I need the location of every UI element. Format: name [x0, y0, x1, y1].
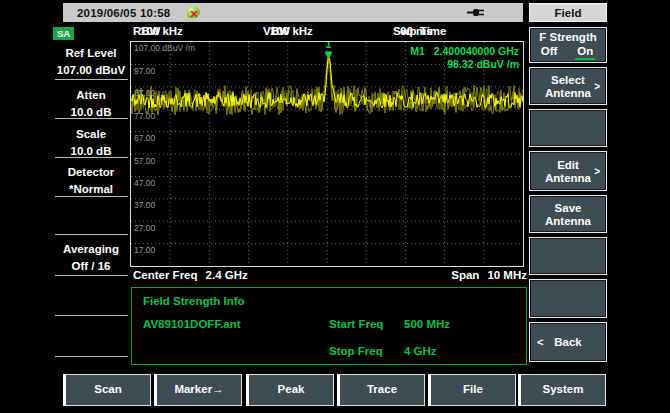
panel-divider — [55, 234, 128, 235]
y-axis-tick: 87.00 — [134, 89, 155, 98]
analyzer-screen: 2019/06/05 10:58 ✕ Field F Strength Off … — [0, 0, 670, 413]
panel-divider — [55, 196, 128, 197]
power-plug-icon — [467, 6, 485, 19]
softkey-back[interactable]: < Back — [529, 322, 607, 362]
stop-freq-value: 4 GHz — [404, 345, 437, 357]
softkey-f-strength[interactable]: F Strength Off On — [529, 27, 607, 63]
marker-number-label: 1 — [326, 42, 332, 50]
softkey-blank-2[interactable] — [529, 237, 607, 275]
bottom-key-system[interactable]: System — [518, 374, 606, 406]
back-arrow-icon: < — [537, 336, 543, 348]
start-freq-label: Start Freq — [329, 318, 383, 330]
sweep-settings-row: RBW100 kHz VBW100 kHz Swp Time60 ms — [130, 25, 524, 40]
panel-divider — [55, 315, 128, 316]
marker-frequency: 2.400040000 GHz — [434, 45, 519, 57]
center-freq-value: 2.4 GHz — [206, 269, 248, 281]
marker-level: 98.32 dBuV /m — [410, 58, 519, 71]
field-info-title: Field Strength Info — [143, 295, 245, 307]
toggle-on-label: On — [575, 45, 595, 60]
softkey-select-antenna[interactable]: Select Antenna > — [529, 67, 607, 105]
panel-divider — [55, 79, 128, 80]
y-axis-ref-label: 107.00 dBuV /m — [134, 44, 195, 53]
field-strength-info-box: Field Strength Info AV89101DOFF.ant Star… — [131, 287, 527, 365]
bottom-key-peak[interactable]: Peak — [246, 374, 334, 406]
marker-readout: M12.400040000 GHz 98.32 dBuV /m — [410, 45, 519, 71]
start-freq-value: 500 MHz — [404, 318, 450, 330]
frequency-footer: Center Freq2.4 GHz Span10 MHz — [130, 269, 527, 285]
y-axis-tick: 97.00 — [134, 67, 155, 76]
softkey-label: F Strength — [539, 31, 597, 43]
softkey-edit-antenna[interactable]: Edit Antenna > — [529, 151, 607, 191]
spectrum-trace-canvas: 1 — [131, 42, 523, 266]
y-axis-tick: 77.00 — [134, 112, 155, 121]
stop-freq-label: Stop Freq — [329, 345, 383, 357]
bottom-key-file[interactable]: File — [428, 374, 516, 406]
softkey-blank-3[interactable] — [529, 279, 607, 318]
y-axis-tick: 47.00 — [134, 179, 155, 188]
softkey-save-antenna[interactable]: Save Antenna — [529, 195, 607, 233]
bottom-key-trace[interactable]: Trace — [337, 374, 425, 406]
softkey-menu-title: Field — [529, 3, 607, 22]
bottom-key-scan[interactable]: Scan — [63, 374, 151, 406]
marker-triangle-icon — [325, 51, 333, 59]
status-bar: 2019/06/05 10:58 ✕ — [63, 3, 523, 22]
bottom-key-marker[interactable]: Marker→ — [154, 374, 242, 406]
y-axis-tick: 67.00 — [134, 134, 155, 143]
vbw-value: 100 kHz — [270, 25, 313, 37]
panel-divider — [55, 356, 128, 357]
span-label: Span — [451, 269, 479, 281]
span-value: 10 MHz — [487, 269, 527, 281]
antenna-file-name: AV89101DOFF.ant — [143, 318, 241, 330]
y-axis-tick: 57.00 — [134, 157, 155, 166]
panel-divider — [55, 157, 128, 158]
center-freq-label: Center Freq — [133, 269, 198, 281]
y-axis-tick: 27.00 — [134, 224, 155, 233]
panel-divider — [55, 118, 128, 119]
panel-divider — [55, 275, 128, 276]
y-axis-tick: 37.00 — [134, 201, 155, 210]
marker-name: M1 — [410, 45, 425, 57]
submenu-arrow-icon: > — [594, 81, 600, 92]
network-disconnected-icon: ✕ — [186, 6, 201, 20]
softkey-blank-1[interactable] — [529, 109, 607, 147]
sweep-time-value: 60 ms — [400, 25, 433, 37]
datetime-text: 2019/06/05 10:58 — [77, 7, 170, 19]
rbw-value: 100 kHz — [140, 25, 183, 37]
submenu-arrow-icon: > — [594, 166, 600, 177]
toggle-off-label: Off — [541, 45, 558, 60]
y-axis-tick: 17.00 — [134, 246, 155, 255]
spectrum-plot: 1 107.00 dBuV /m 97.00 87.00 77.00 67.00… — [130, 41, 524, 267]
mode-badge: SA — [53, 27, 74, 40]
